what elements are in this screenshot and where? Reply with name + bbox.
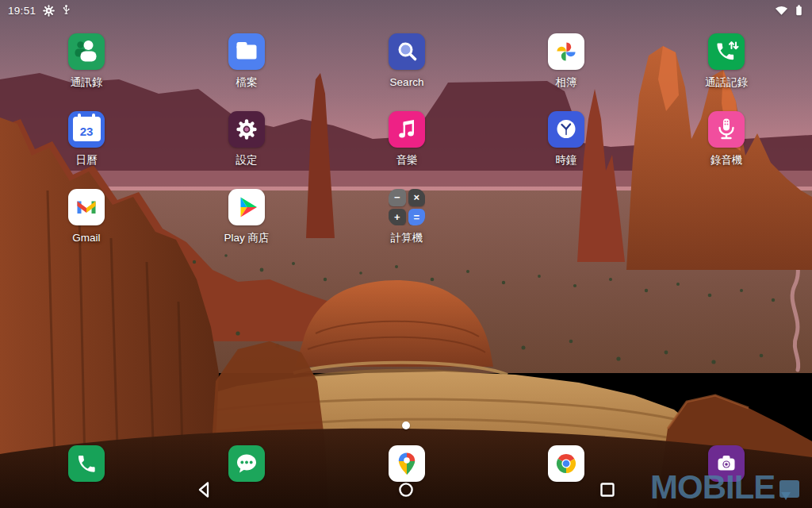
page-indicator-dot	[402, 421, 410, 429]
app-play-store[interactable]: Play 商店	[199, 189, 294, 244]
calc-equals-tile: =	[408, 209, 426, 226]
settings-gear-app-icon[interactable]	[228, 111, 265, 148]
messages-icon[interactable]	[228, 445, 265, 482]
clock-icon[interactable]	[548, 111, 584, 148]
phone-icon[interactable]	[68, 445, 105, 482]
nav-home-button[interactable]	[395, 479, 417, 501]
dock-app-messages[interactable]	[199, 445, 294, 482]
app-calculator[interactable]: − × + = 計算機	[359, 189, 454, 244]
app-label: 通訊錄	[71, 77, 103, 88]
recents-icon	[597, 479, 618, 500]
app-photos[interactable]: 相簿	[519, 33, 614, 88]
app-label: Gmail	[72, 233, 100, 244]
nav-recents-button[interactable]	[596, 479, 619, 501]
dock-app-maps[interactable]	[359, 445, 454, 482]
calendar-date: 23	[80, 125, 94, 138]
wifi-icon	[775, 5, 788, 16]
app-settings[interactable]: 設定	[199, 111, 294, 166]
app-label: 時鐘	[556, 155, 577, 166]
android-home-screen: 19:51	[0, 0, 812, 508]
app-label: 計算機	[391, 233, 423, 244]
files-icon[interactable]	[228, 33, 265, 70]
app-call-log[interactable]: 通話記錄	[679, 33, 774, 88]
calendar-icon[interactable]: 23	[68, 111, 105, 148]
camera-icon[interactable]	[708, 445, 745, 482]
app-label: 日曆	[76, 155, 98, 166]
search-icon[interactable]	[389, 33, 425, 70]
dock-app-chrome[interactable]	[519, 445, 614, 482]
music-icon[interactable]	[389, 111, 425, 148]
settings-gear-icon	[43, 5, 55, 17]
calc-multiply-tile: ×	[408, 189, 426, 206]
app-label: 設定	[236, 155, 258, 166]
app-label: 音樂	[396, 155, 418, 166]
google-photos-icon[interactable]	[548, 33, 584, 70]
app-recorder[interactable]: 錄音機	[679, 111, 774, 166]
google-maps-icon[interactable]	[389, 445, 425, 482]
home-icon	[396, 479, 416, 500]
app-calendar[interactable]: 23 日曆	[39, 111, 134, 166]
app-gmail[interactable]: Gmail	[39, 189, 134, 244]
contacts-icon[interactable]	[68, 33, 105, 70]
app-label: 檔案	[236, 77, 258, 88]
app-contacts[interactable]: 通訊錄	[39, 33, 134, 88]
back-icon	[194, 479, 215, 500]
app-files[interactable]: 檔案	[199, 33, 294, 88]
nav-back-button[interactable]	[193, 479, 216, 501]
recorder-mic-icon[interactable]	[708, 111, 745, 148]
app-label: 通話記錄	[705, 77, 748, 88]
gmail-icon[interactable]	[68, 189, 105, 225]
dock-app-phone[interactable]	[39, 445, 134, 482]
app-search[interactable]: Search	[359, 33, 454, 88]
calculator-icon[interactable]: − × + =	[389, 189, 425, 225]
calc-plus-tile: +	[389, 209, 406, 226]
app-label: 相簿	[556, 77, 577, 88]
dock-app-camera[interactable]	[679, 445, 774, 482]
call-log-icon[interactable]	[708, 33, 745, 70]
status-clock: 19:51	[8, 5, 36, 17]
play-store-icon[interactable]	[228, 189, 265, 225]
app-label: Search	[390, 77, 424, 88]
calc-minus-tile: −	[389, 189, 406, 206]
app-music[interactable]: 音樂	[359, 111, 454, 166]
chrome-icon[interactable]	[548, 445, 584, 482]
usb-connected-icon	[62, 4, 71, 17]
app-label: Play 商店	[224, 233, 269, 244]
battery-icon	[794, 4, 804, 17]
app-clock[interactable]: 時鐘	[519, 111, 614, 166]
status-bar: 19:51	[0, 0, 812, 21]
app-label: 錄音機	[710, 155, 743, 166]
